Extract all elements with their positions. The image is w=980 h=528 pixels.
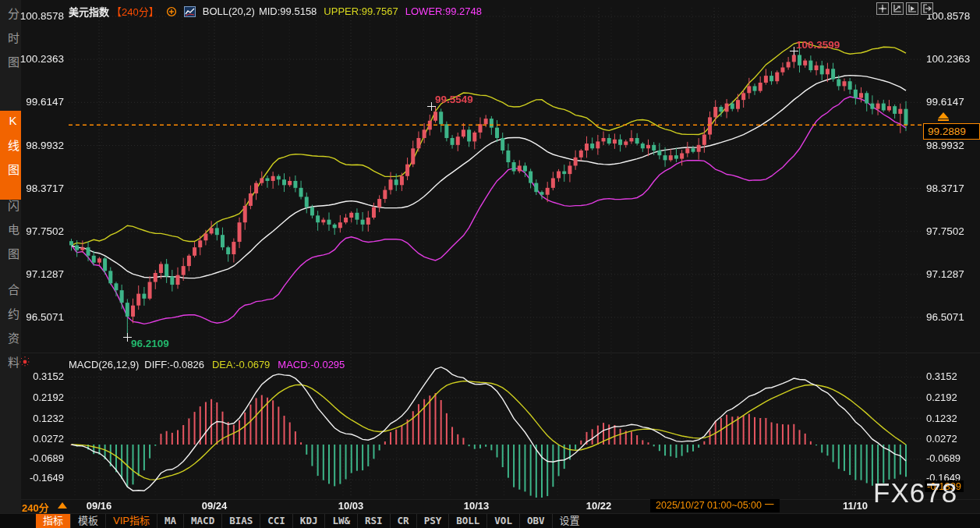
- kline-app: { "header": { "symbol": "美元指数", "period_…: [0, 0, 980, 528]
- price-tick-right-2: 99.6147: [926, 96, 978, 108]
- add-indicator-icon[interactable]: [166, 6, 177, 17]
- price-tick-left-2: 99.6147: [12, 96, 64, 108]
- boll-upper-value: UPPER:99.7567: [324, 5, 398, 17]
- date-tick-5: 11/10: [837, 500, 874, 512]
- pan-move-icon[interactable]: [876, 2, 889, 15]
- tab-psy[interactable]: PSY: [416, 514, 449, 528]
- date-tick-1: 09/24: [196, 500, 233, 512]
- time-axis: 240分 09/16 09/24 10/03 10/13 10/22 2025/…: [0, 500, 980, 513]
- macd-tick-left-3: 0.0272: [12, 433, 64, 445]
- macd-tick-right-0: 0.3152: [926, 370, 978, 382]
- period-up-triangle-icon[interactable]: [58, 502, 67, 509]
- hover-date-badge: 2025/10/27 01:00~05:00 一: [650, 499, 780, 512]
- macd-tick-right-4: -0.0689: [926, 452, 978, 464]
- macd-tick-left-0: 0.3152: [12, 370, 64, 382]
- scale-up-axis-icon[interactable]: [891, 2, 904, 15]
- tab-boll[interactable]: BOLL: [448, 514, 486, 528]
- boll-mid-value: MID:99.5158: [259, 5, 317, 17]
- price-tick-right-1: 100.2363: [926, 53, 978, 65]
- macd-tick-right-3: 0.0272: [926, 433, 978, 445]
- tab-vol[interactable]: VOL: [486, 514, 519, 528]
- chart-header: 美元指数 【240分】 BOLL(20,2) MID:99.5158 UPPER…: [69, 4, 482, 19]
- date-tick-3: 10/13: [458, 500, 495, 512]
- price-tick-left-6: 97.1287: [12, 268, 64, 280]
- macd-tick-right-2: 0.1232: [926, 413, 978, 424]
- price-tick-left-0: 100.8578: [12, 10, 64, 22]
- macd-header: MACD(26,12,9) DIFF:-0.0826 DEA:-0.0679 M…: [69, 359, 345, 370]
- play-forward-axis-icon[interactable]: [906, 2, 918, 15]
- date-tick-2: 10/03: [332, 500, 370, 512]
- tab-settings[interactable]: 设置: [552, 514, 587, 528]
- tab-bias[interactable]: BIAS: [221, 514, 260, 528]
- price-up-arrow-bar: [938, 119, 949, 121]
- sidebar: 分时图 K线图 闪电图 合约资料: [0, 0, 21, 528]
- macd-fn-label: MACD(26,12,9): [69, 359, 139, 370]
- price-tick-right-7: 96.5071: [926, 311, 978, 323]
- fx678-watermark: FX678: [873, 477, 957, 509]
- marked-high-cross-1: [427, 102, 436, 111]
- tab-lw[interactable]: LW&: [324, 514, 357, 528]
- marked-high-label-2: 100.3599: [796, 39, 840, 51]
- price-up-arrow-icon: [938, 112, 949, 119]
- price-tick-left-7: 96.5071: [12, 311, 64, 323]
- price-tick-left-3: 98.9932: [12, 140, 64, 151]
- macd-tick-left-4: -0.0689: [12, 452, 64, 464]
- macd-dea-value: DEA:-0.0679: [212, 359, 270, 370]
- boll-lower-value: LOWER:99.2748: [405, 5, 482, 17]
- price-tick-right-0: 100.8578: [926, 10, 978, 22]
- tab-macd[interactable]: MACD: [183, 514, 221, 528]
- alert-icon[interactable]: [19, 356, 31, 371]
- symbol-title: 美元指数: [69, 4, 109, 19]
- price-tick-right-3: 98.9932: [926, 140, 978, 151]
- period-tag[interactable]: 【240分】: [111, 4, 159, 19]
- price-tick-left-1: 100.2363: [12, 53, 64, 65]
- tab-cci[interactable]: CCI: [260, 514, 292, 528]
- marked-high-cross-2: [790, 47, 798, 55]
- tab-indicator[interactable]: 指标: [36, 514, 70, 528]
- macd-diff-value: DIFF:-0.0826: [144, 359, 204, 370]
- panel-divider: [22, 353, 980, 353]
- kline-chart-canvas[interactable]: [0, 0, 980, 528]
- price-tick-right-5: 97.7502: [926, 225, 978, 237]
- tab-kdj[interactable]: KDJ: [292, 514, 325, 528]
- price-tick-right-6: 97.1287: [926, 268, 978, 280]
- window-controls: [876, 2, 933, 15]
- marked-low-label: 96.2109: [131, 338, 169, 349]
- price-tick-right-4: 98.3717: [926, 182, 978, 194]
- tab-rsi[interactable]: RSI: [357, 514, 390, 528]
- price-tick-left-5: 97.7502: [12, 225, 64, 237]
- tab-ma[interactable]: MA: [157, 514, 183, 528]
- tab-cr[interactable]: CR: [390, 514, 416, 528]
- macd-tick-left-1: 0.2192: [12, 392, 64, 403]
- exit-chart-icon[interactable]: [921, 2, 933, 15]
- price-tick-left-4: 98.3717: [12, 182, 64, 194]
- macd-tick-right-1: 0.2192: [926, 392, 978, 403]
- macd-macd-value: MACD:-0.0295: [278, 359, 345, 370]
- boll-label: BOLL(20,2): [203, 5, 255, 17]
- date-tick-4: 10/22: [580, 500, 617, 512]
- date-tick-0: 09/16: [80, 500, 118, 512]
- macd-tick-left-5: -0.1649: [12, 472, 64, 484]
- marked-low-cross: [123, 333, 132, 342]
- indicator-toolbar: 指标 模板 VIP指标 MA MACD BIAS CCI KDJ LW& RSI…: [0, 513, 980, 528]
- macd-tick-left-2: 0.1232: [12, 413, 64, 424]
- chart-type-icon[interactable]: [184, 6, 196, 17]
- last-price-badge: 99.2889: [923, 123, 980, 140]
- tab-template[interactable]: 模板: [70, 514, 105, 528]
- tab-obv[interactable]: OBV: [519, 514, 552, 528]
- tab-vip-indicator[interactable]: VIP指标: [105, 514, 157, 528]
- marked-high-label-1: 99.5549: [435, 94, 473, 105]
